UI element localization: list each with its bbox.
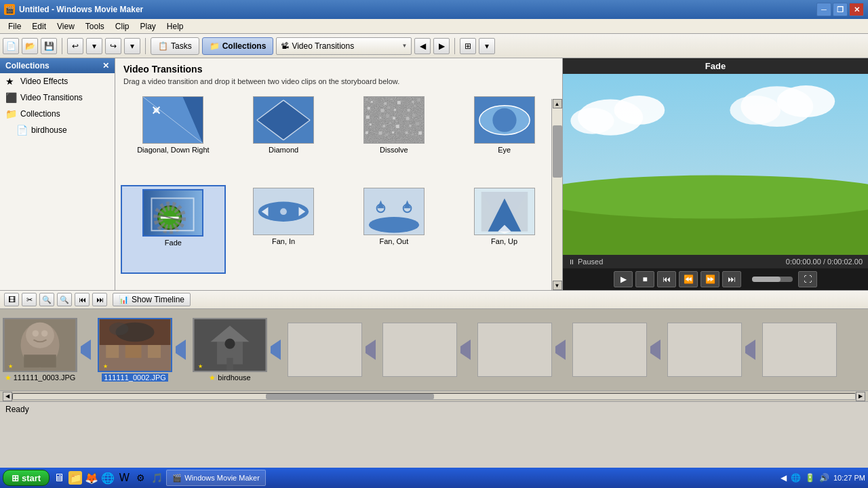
svg-point-74 — [369, 217, 419, 232]
taskbar-unknown2[interactable]: 🎵 — [150, 471, 163, 485]
prev-button[interactable]: ◀ — [414, 38, 431, 54]
transition-arrow-2 — [172, 323, 193, 377]
svg-rect-53 — [392, 131, 394, 134]
empty-slot-5 — [667, 323, 742, 377]
empty-slot-2 — [382, 323, 457, 377]
taskbar-unknown1[interactable]: ⚙ — [134, 471, 147, 485]
menu-tools[interactable]: Tools — [80, 20, 110, 33]
view-toggle[interactable]: ⊞ — [460, 38, 476, 54]
volume-fill — [752, 277, 781, 282]
storyboard-clip-3[interactable]: ★ ★ birdhouse — [193, 318, 267, 382]
prev-clip-button[interactable]: ⏮ — [75, 293, 90, 306]
taskbar-ie[interactable]: 🌐 — [101, 471, 115, 485]
zoom-out-button[interactable]: 🔍 — [57, 293, 72, 306]
systray-volume[interactable]: 🔊 — [819, 473, 829, 483]
storyboard-clip-2[interactable]: ★ 111111_0002.JPG — [98, 318, 172, 382]
svg-rect-45 — [396, 125, 399, 128]
horizontal-scrollbar[interactable] — [12, 393, 856, 400]
transitions-scrollbar[interactable]: ▲ ▼ — [551, 99, 562, 290]
collections-close-button[interactable]: ✕ — [102, 61, 109, 70]
undo-dropdown[interactable]: ▾ — [86, 38, 102, 54]
nav-birdhouse[interactable]: 📄 birdhouse — [0, 122, 115, 138]
systray-battery[interactable]: 🔋 — [805, 473, 815, 483]
tasks-button[interactable]: 📋 Tasks — [151, 37, 199, 55]
scroll-left-button[interactable]: ◀ — [3, 392, 12, 401]
next-frame-button[interactable]: ⏭ — [722, 271, 741, 287]
taskbar-firefox[interactable]: 🦊 — [85, 471, 98, 485]
rew-button[interactable]: ⏪ — [679, 271, 698, 287]
empty-arrow-3 — [552, 323, 572, 377]
transition-fan-out[interactable]: Fan, Out — [342, 185, 447, 274]
transition-dissolve[interactable]: Dissolve — [342, 94, 447, 180]
scroll-thumb[interactable] — [553, 125, 562, 177]
taskbar-folder[interactable]: 📁 — [68, 471, 82, 485]
new-button[interactable]: 📄 — [3, 38, 19, 54]
nav-video-transitions[interactable]: ⬛ Video Transitions — [0, 89, 115, 106]
scroll-right-button[interactable]: ▶ — [856, 392, 865, 401]
restore-button[interactable]: ❐ — [833, 3, 848, 16]
dropdown-arrow-icon: ▼ — [401, 43, 407, 49]
systray-expand[interactable]: ◀ — [781, 473, 787, 483]
play-button[interactable]: ▶ — [614, 271, 633, 287]
next-clip-button[interactable]: ⏭ — [92, 293, 107, 306]
redo-dropdown[interactable]: ▾ — [124, 38, 140, 54]
menu-view[interactable]: View — [52, 20, 80, 33]
show-timeline-button[interactable]: 📊 Show Timeline — [113, 293, 191, 306]
view-dropdown[interactable]: ▾ — [479, 38, 495, 54]
next-button[interactable]: ▶ — [433, 38, 450, 54]
transition-fan-in[interactable]: Fan, In — [231, 185, 336, 274]
transition-diagonal-down-right[interactable]: Diagonal, Down Right — [121, 94, 226, 180]
storyboard-tool-1[interactable]: 🎞 — [4, 293, 19, 306]
menu-edit[interactable]: Edit — [26, 20, 52, 33]
transition-fan-up[interactable]: Fan, Up — [452, 185, 557, 274]
menu-clip[interactable]: Clip — [110, 20, 135, 33]
save-button[interactable]: 💾 — [41, 38, 57, 54]
tasks-icon: 📋 — [158, 41, 168, 51]
zoom-in-button[interactable]: 🔍 — [39, 293, 54, 306]
category-dropdown[interactable]: 📽 Video Transitions ▼ — [276, 37, 412, 55]
scroll-down-button[interactable]: ▼ — [553, 281, 562, 290]
menu-file[interactable]: File — [3, 20, 26, 33]
menu-help[interactable]: Help — [161, 20, 189, 33]
volume-slider[interactable] — [752, 277, 793, 282]
taskbar-moviemaker-label: Windows Movie Maker — [184, 474, 260, 482]
clip-3-thumb: ★ — [193, 318, 267, 372]
collections-button[interactable]: 📁 Collections — [202, 37, 274, 55]
svg-marker-124 — [460, 340, 471, 360]
scroll-up-button[interactable]: ▲ — [553, 99, 562, 108]
minimize-button[interactable]: ─ — [816, 3, 831, 16]
transition-label-fan-in: Fan, In — [272, 237, 295, 245]
start-button[interactable]: ⊞ start — [3, 470, 50, 486]
collections-header-label: Collections — [5, 61, 50, 70]
separator-3 — [454, 38, 455, 54]
close-button[interactable]: ✕ — [849, 3, 864, 16]
stop-button[interactable]: ■ — [635, 271, 654, 287]
storyboard-tool-2[interactable]: ✂ — [22, 293, 37, 306]
systray-network[interactable]: 🌐 — [791, 473, 801, 483]
titlebar-controls: ─ ❐ ✕ — [816, 3, 864, 16]
nav-video-effects[interactable]: ★ Video Effects — [0, 73, 115, 89]
taskbar-moviemaker[interactable]: 🎬 Windows Movie Maker — [166, 470, 266, 486]
svg-rect-17 — [371, 101, 373, 103]
undo-button[interactable]: ↩ — [67, 38, 83, 54]
menu-play[interactable]: Play — [135, 20, 161, 33]
transition-diamond[interactable]: Diamond — [231, 94, 336, 180]
transition-label-fan-out: Fan, Out — [379, 237, 408, 245]
transition-label-fan-up: Fan, Up — [491, 237, 517, 245]
redo-button[interactable]: ↪ — [105, 38, 121, 54]
transition-eye[interactable]: Eye — [452, 94, 557, 180]
pause-icon: ⏸ — [568, 258, 575, 266]
empty-arrow-5 — [742, 323, 762, 377]
taskbar-desktop[interactable]: 🖥 — [52, 471, 66, 485]
open-button[interactable]: 📂 — [22, 38, 38, 54]
nav-collections[interactable]: 📁 Collections — [0, 106, 115, 122]
ff-button[interactable]: ⏩ — [701, 271, 719, 287]
storyboard-clip-1[interactable]: ★ ★ 111111_0003.JPG — [3, 318, 77, 382]
transition-fade[interactable]: Fade — [121, 185, 226, 274]
prev-frame-button[interactable]: ⏮ — [657, 271, 676, 287]
taskbar-word[interactable]: W — [117, 471, 131, 485]
svg-marker-127 — [745, 340, 755, 360]
app-icon: 🎬 — [4, 4, 15, 15]
windows-logo: ⊞ — [12, 473, 19, 483]
fullscreen-button[interactable]: ⛶ — [798, 271, 817, 287]
